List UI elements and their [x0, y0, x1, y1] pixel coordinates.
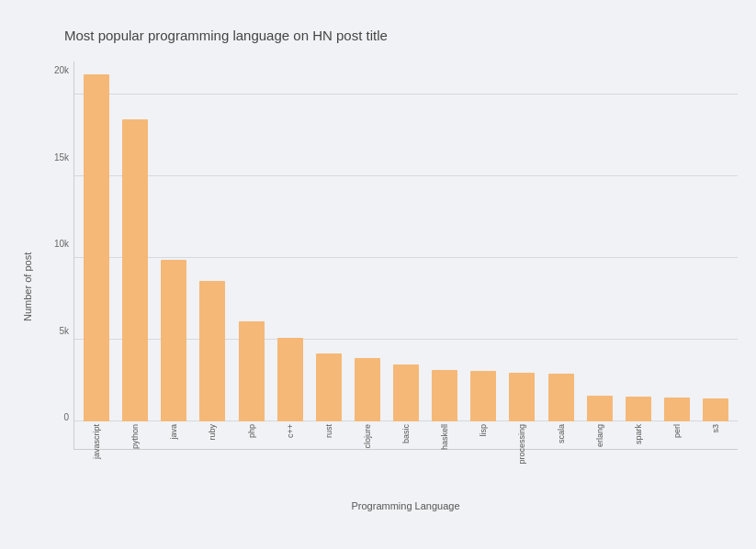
x-label-group: processing	[504, 421, 539, 449]
x-label: s3	[711, 424, 720, 433]
x-label: java	[169, 424, 178, 440]
bar-group	[350, 66, 385, 421]
x-label-group: ruby	[195, 421, 230, 449]
bar-group	[79, 66, 114, 421]
y-tick: 10k	[41, 240, 73, 249]
y-tick: 5k	[41, 327, 73, 336]
bar-group	[427, 66, 462, 421]
y-axis-label: Number of post	[18, 62, 37, 511]
x-axis-title: Programming Language	[73, 500, 738, 511]
bar	[703, 398, 728, 422]
chart-title: Most popular programming language on HN …	[64, 28, 738, 43]
bar-group	[660, 66, 694, 421]
bar-group	[195, 66, 230, 421]
x-label-group: haskell	[427, 421, 462, 449]
chart-area: Number of post 05k10k15k20k javascriptpy…	[18, 62, 738, 511]
y-tick: 15k	[41, 153, 73, 162]
x-label: python	[130, 424, 140, 449]
y-ticks: 05k10k15k20k	[41, 62, 73, 450]
bar-group	[389, 66, 423, 421]
x-label-group: rust	[311, 421, 346, 449]
bar-group	[504, 66, 539, 421]
x-label: basic	[401, 424, 411, 443]
x-label-group: basic	[389, 421, 423, 449]
bar	[199, 281, 225, 421]
bars-and-grid: javascriptpythonjavarubyphpc++rustclojur…	[73, 62, 738, 450]
bar	[587, 396, 613, 421]
bar	[664, 398, 690, 421]
x-label: lisp	[479, 424, 488, 437]
x-label: erlang	[595, 424, 604, 447]
bar	[548, 374, 574, 421]
bar	[239, 321, 265, 421]
x-label-group: erlang	[582, 421, 617, 449]
x-label: ruby	[208, 424, 217, 441]
x-label-group: python	[118, 421, 152, 449]
bar-group	[544, 66, 579, 421]
bar-group	[156, 66, 191, 421]
x-label: clojure	[363, 424, 372, 449]
y-tick: 20k	[41, 66, 73, 75]
bar	[626, 397, 651, 421]
chart-container: Most popular programming language on HN …	[0, 0, 756, 549]
x-label-group: clojure	[350, 421, 385, 449]
plot-area: 05k10k15k20k javascriptpythonjavarubyphp…	[41, 62, 738, 450]
x-label: javascript	[92, 424, 101, 459]
x-label-group: s3	[698, 421, 733, 449]
bar	[316, 353, 342, 421]
x-label: scala	[557, 424, 566, 443]
bar	[393, 364, 419, 421]
bar	[277, 338, 303, 421]
x-label-group: java	[156, 421, 191, 449]
bar	[161, 260, 186, 421]
bar-group	[698, 66, 733, 421]
x-label-group: javascript	[79, 421, 114, 449]
bar	[122, 119, 148, 421]
x-label-group: php	[234, 421, 269, 449]
x-label: c++	[286, 424, 295, 438]
bar	[355, 358, 380, 421]
bars-row	[74, 62, 738, 421]
bar	[432, 370, 457, 421]
bar	[470, 371, 496, 421]
x-label-group: c++	[273, 421, 308, 449]
x-label-group: lisp	[466, 421, 501, 449]
x-label: processing	[517, 424, 526, 465]
x-label: spark	[634, 424, 643, 444]
bar-group	[234, 66, 269, 421]
bar-group	[118, 66, 152, 421]
bar	[509, 373, 535, 421]
bar-group	[621, 66, 656, 421]
x-label: perl	[672, 424, 682, 438]
x-label-group: spark	[621, 421, 656, 449]
x-labels: javascriptpythonjavarubyphpc++rustclojur…	[74, 421, 738, 449]
y-tick: 0	[41, 413, 73, 422]
x-label: php	[247, 424, 256, 438]
bar-group	[273, 66, 308, 421]
x-label-group: scala	[544, 421, 579, 449]
chart-body: 05k10k15k20k javascriptpythonjavarubyphp…	[41, 62, 738, 511]
x-label: haskell	[440, 424, 449, 450]
bar-group	[311, 66, 346, 421]
bar	[84, 74, 109, 421]
bar-group	[582, 66, 617, 421]
bar-group	[466, 66, 501, 421]
x-label-group: perl	[660, 421, 694, 449]
x-label: rust	[324, 424, 333, 438]
